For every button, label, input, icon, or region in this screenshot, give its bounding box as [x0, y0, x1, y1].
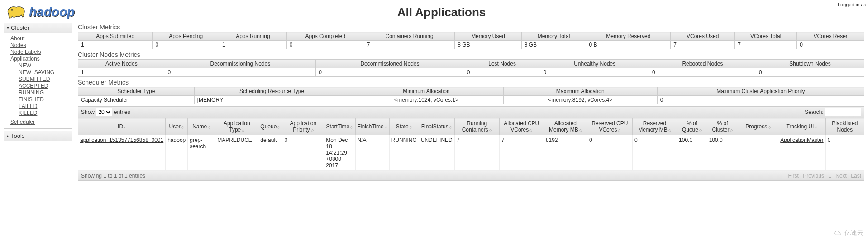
th-memory-used: Memory Used: [455, 32, 522, 41]
pager-next[interactable]: Next: [835, 173, 847, 179]
td-scheduler-type: Capacity Scheduler: [78, 96, 195, 104]
sort-icon: ◇: [668, 128, 671, 132]
td-vcores-used: 7: [671, 41, 735, 49]
pager-last[interactable]: Last: [851, 173, 861, 179]
td-resource-type: [MEMORY]: [194, 96, 349, 104]
th-scheduler-type: Scheduler Type: [78, 87, 195, 96]
td-max-alloc: <memory:8192, vCores:4>: [503, 96, 657, 104]
link-decommissioning-nodes[interactable]: 0: [168, 69, 171, 75]
cluster-metrics-row: 1 0 1 0 7 8 GB 8 GB 0 B 7 7 0: [78, 41, 864, 49]
sidebar-link-applications[interactable]: Applications: [10, 56, 69, 62]
th-alloc-vcores[interactable]: Allocated CPU VCores◇: [499, 118, 544, 135]
th-queue[interactable]: Queue◇: [258, 118, 282, 135]
sort-icon: ◇: [385, 125, 387, 129]
th-max-alloc: Maximum Allocation: [503, 87, 657, 96]
td-alloc-vcores: 7: [499, 135, 544, 171]
sidebar-link-about[interactable]: About: [10, 35, 69, 42]
th-decommissioning-nodes: Decommissioning Nodes: [165, 60, 316, 68]
th-final-status[interactable]: FinalStatus◇: [419, 118, 454, 135]
sort-icon: ◇: [277, 125, 280, 129]
datatable-pager: First Previous 1 Next Last: [786, 173, 861, 179]
th-reserved-vcores[interactable]: Reserved CPU VCores◇: [587, 118, 632, 135]
td-memory-reserved: 0 B: [586, 41, 671, 49]
pager-first[interactable]: First: [788, 173, 799, 179]
sidebar-link-killed[interactable]: KILLED: [19, 110, 69, 116]
td-reserved-mem: 0: [632, 135, 677, 171]
sort-icon: ◇: [208, 125, 210, 129]
td-memory-used: 8 GB: [455, 41, 522, 49]
sidebar-link-node-labels[interactable]: Node Labels: [10, 49, 69, 55]
td-apps-completed: 0: [286, 41, 364, 49]
th-tracking-ui[interactable]: Tracking UI◇: [778, 118, 825, 135]
pager-page-1[interactable]: 1: [828, 173, 831, 179]
sidebar-link-new-saving[interactable]: NEW_SAVING: [19, 69, 69, 75]
link-unhealthy-nodes[interactable]: 0: [543, 69, 546, 75]
search-input[interactable]: [825, 108, 861, 116]
sidebar-link-new[interactable]: NEW: [19, 62, 69, 69]
sidebar-cluster-label: Cluster: [11, 24, 29, 31]
table-row: application_1513577156858_0001 hadoop gr…: [78, 135, 864, 171]
sidebar-link-failed[interactable]: FAILED: [19, 103, 69, 109]
link-lost-nodes[interactable]: 0: [467, 69, 470, 75]
th-priority[interactable]: Application Priority◇: [282, 118, 324, 135]
tracking-ui-link[interactable]: ApplicationMaster: [780, 137, 823, 143]
th-pct-cluster[interactable]: % of Cluster◇: [707, 118, 738, 135]
td-final-status: UNDEFINED: [419, 135, 454, 171]
td-reserved-vcores: 0: [587, 135, 632, 171]
td-pct-queue: 100.0: [677, 135, 707, 171]
th-name[interactable]: Name◇: [188, 118, 215, 135]
th-alloc-mem[interactable]: Allocated Memory MB◇: [544, 118, 587, 135]
th-apps-completed: Apps Completed: [286, 32, 364, 41]
search-label: Search:: [805, 109, 823, 115]
link-decommissioned-nodes[interactable]: 0: [319, 69, 322, 75]
td-user: hadoop: [166, 135, 188, 171]
entries-label: entries: [114, 109, 130, 115]
sidebar-link-scheduler[interactable]: Scheduler: [10, 119, 69, 125]
th-finish[interactable]: FinishTime◇: [355, 118, 389, 135]
link-shutdown-nodes[interactable]: 0: [759, 69, 762, 75]
td-blacklisted: 0: [825, 135, 864, 171]
td-apps-running: 1: [219, 41, 287, 49]
th-start[interactable]: StartTime◇: [324, 118, 355, 135]
td-pct-cluster: 100.0: [707, 135, 738, 171]
sidebar-cluster-header[interactable]: ▾ Cluster: [4, 23, 72, 33]
applications-table: ID▾ User◇ Name◇ Application Type◇ Queue◇…: [78, 118, 864, 171]
sidebar-link-running[interactable]: RUNNING: [19, 89, 69, 96]
th-vcores-used: VCores Used: [671, 32, 735, 41]
th-shutdown-nodes: Shutdown Nodes: [756, 60, 864, 68]
sidebar-link-submitted[interactable]: SUBMITTED: [19, 76, 69, 82]
cluster-metrics-table: Apps Submitted Apps Pending Apps Running…: [78, 32, 864, 49]
th-state[interactable]: State◇: [389, 118, 419, 135]
sidebar-link-nodes[interactable]: Nodes: [10, 42, 69, 48]
logged-in-label: Logged in as: [838, 2, 866, 7]
sort-icon: ◇: [618, 128, 620, 132]
cluster-nodes-metrics-title: Cluster Nodes Metrics: [78, 51, 864, 58]
datatable-info: Showing 1 to 1 of 1 entries: [81, 173, 145, 179]
sidebar: ▾ Cluster About Nodes Node Labels Applic…: [4, 23, 72, 181]
link-active-nodes[interactable]: 1: [81, 69, 84, 75]
th-blacklisted[interactable]: Blacklisted Nodes: [825, 118, 864, 135]
cluster-nodes-metrics-table: Active Nodes Decommissioning Nodes Decom…: [78, 59, 864, 77]
th-progress[interactable]: Progress◇: [738, 118, 778, 135]
entries-select[interactable]: 20: [96, 108, 112, 116]
sort-icon: ◇: [410, 125, 412, 129]
th-id[interactable]: ID▾: [78, 118, 166, 135]
td-finish: N/A: [355, 135, 389, 171]
sort-icon: ◇: [579, 128, 582, 132]
th-reserved-mem[interactable]: Reserved Memory MB◇: [632, 118, 677, 135]
th-running-containers[interactable]: Running Containers◇: [454, 118, 499, 135]
td-memory-total: 8 GB: [521, 41, 586, 49]
th-pct-queue[interactable]: % of Queue◇: [677, 118, 707, 135]
sort-icon: ◇: [768, 125, 771, 129]
td-max-priority: 0: [657, 96, 864, 104]
th-type[interactable]: Application Type◇: [215, 118, 258, 135]
pager-previous[interactable]: Previous: [803, 173, 824, 179]
sidebar-link-finished[interactable]: FINISHED: [19, 96, 69, 103]
td-priority: 0: [282, 135, 324, 171]
sidebar-link-accepted[interactable]: ACCEPTED: [19, 83, 69, 89]
application-link[interactable]: application_1513577156858_0001: [80, 137, 163, 143]
link-rebooted-nodes[interactable]: 0: [652, 69, 655, 75]
page-title: All Applications: [20, 5, 863, 19]
th-user[interactable]: User◇: [166, 118, 188, 135]
sidebar-tools-header[interactable]: ▸ Tools: [4, 131, 72, 141]
